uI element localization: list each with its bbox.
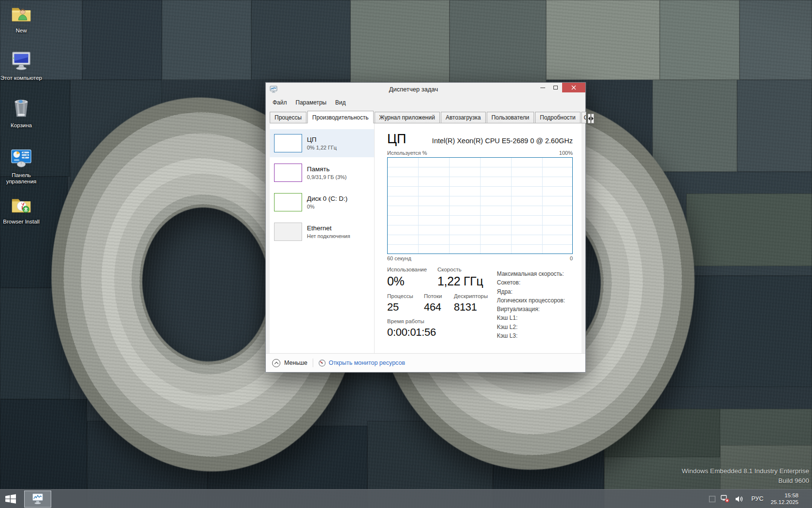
menu-options[interactable]: Параметры — [291, 97, 331, 108]
tab-strip: Процессы Производительность Журнал прило… — [266, 109, 585, 123]
sidebar-item-cpu[interactable]: ЦП 0% 1,22 ГГц — [270, 129, 374, 157]
tab-app-history[interactable]: Журнал приложений — [375, 112, 440, 123]
uptime-value: 0:00:01:56 — [387, 326, 436, 339]
sidebar-item-subtitle: 0% 1,22 ГГц — [307, 145, 337, 150]
sidebar-item-disk[interactable]: Диск 0 (C: D:) 0% — [270, 188, 374, 216]
scroll-right-icon — [592, 117, 595, 120]
desktop-icon-control-panel[interactable]: Панель управления — [0, 147, 43, 185]
desktop-icon-this-pc[interactable]: Этот компьютер — [0, 50, 43, 81]
taskbar-task-manager-button[interactable] — [24, 491, 51, 508]
spec-sockets: Сокетов: — [497, 278, 565, 287]
resource-monitor-gauge-icon — [319, 359, 326, 367]
uptime-label: Время работы — [387, 318, 436, 324]
close-button[interactable] — [562, 83, 585, 92]
network-disconnected-icon — [721, 495, 730, 503]
processes-value: 25 — [387, 301, 424, 314]
close-icon — [571, 85, 576, 90]
menu-bar: Файл Параметры Вид — [266, 96, 585, 109]
recycle-bin-icon — [10, 97, 32, 120]
clock-date: 25.12.2025 — [770, 499, 798, 506]
menu-view[interactable]: Вид — [331, 97, 350, 108]
windows-logo-icon — [5, 493, 16, 505]
open-resource-monitor-link[interactable]: Открыть монитор ресурсов — [319, 359, 405, 367]
system-tray: РУС 15:58 25.12.2025 — [704, 492, 812, 506]
desktop-icon-label: Корзина — [0, 122, 43, 129]
network-status-button[interactable] — [721, 495, 730, 503]
sidebar-item-title: Ethernet — [307, 224, 350, 232]
sidebar-item-subtitle: 0,9/31,9 ГБ (3%) — [307, 174, 347, 180]
graph-max-label: 100% — [559, 150, 573, 156]
desktop-icon-new[interactable]: New — [0, 2, 43, 34]
graph-metric-label: Используется % — [387, 150, 427, 156]
desktop-icon-recycle-bin[interactable]: Корзина — [0, 97, 43, 129]
computer-icon — [10, 50, 32, 72]
task-manager-window: Диспетчер задач Файл Параметры Вид Проце… — [265, 82, 586, 373]
tab-details[interactable]: Подробности — [535, 112, 580, 123]
sidebar-item-memory[interactable]: Память 0,9/31,9 ГБ (3%) — [270, 159, 374, 187]
scroll-left-icon — [586, 117, 590, 120]
taskbar: РУС 15:58 25.12.2025 — [0, 489, 812, 508]
cpu-usage-graph[interactable] — [387, 157, 573, 254]
tab-processes[interactable]: Процессы — [270, 112, 306, 123]
hidden-icons-icon — [709, 496, 715, 502]
hidden-icons-button[interactable] — [709, 496, 715, 502]
threads-value: 464 — [424, 301, 454, 314]
desktop-icon-browser-install[interactable]: Browser Install — [0, 194, 43, 225]
volume-icon — [735, 495, 743, 503]
desktop-icon-label: Панель управления — [0, 172, 43, 185]
processes-label: Процессы — [387, 293, 424, 299]
window-title: Диспетчер задач — [295, 86, 532, 93]
handles-value: 8131 — [454, 301, 488, 314]
title-bar[interactable]: Диспетчер задач — [266, 83, 585, 96]
cpu-model: Intel(R) Xeon(R) CPU E5-2689 0 @ 2.60GHz — [432, 137, 573, 146]
minimize-button[interactable] — [536, 83, 549, 92]
chevron-up-circle-icon — [272, 359, 280, 367]
taskbar-clock[interactable]: 15:58 25.12.2025 — [770, 492, 798, 506]
tab-services-truncated[interactable]: С. — [581, 112, 586, 123]
folder-download-icon — [10, 194, 32, 216]
start-button[interactable] — [0, 490, 21, 508]
tab-scroll-left-button[interactable] — [588, 114, 591, 123]
menu-file[interactable]: Файл — [268, 97, 291, 108]
spec-virtualization: Виртуализация: — [497, 305, 565, 314]
language-indicator[interactable]: РУС — [751, 495, 763, 502]
usage-value: 0% — [387, 274, 437, 288]
cpu-heading: ЦП — [387, 133, 406, 146]
maximize-button[interactable] — [549, 83, 562, 92]
usage-label: Использование — [387, 267, 437, 272]
windows-watermark: Windows Embedded 8.1 Industry Enterprise… — [682, 466, 809, 486]
performance-pane: ЦП 0% 1,22 ГГц Память 0,9/31,9 ГБ (3%) Д… — [270, 123, 581, 353]
ethernet-thumbnail — [274, 223, 302, 241]
tab-performance[interactable]: Производительность — [307, 111, 373, 123]
performance-sidebar: ЦП 0% 1,22 ГГц Память 0,9/31,9 ГБ (3%) Д… — [270, 123, 375, 353]
desktop-icon-label: Этот компьютер — [0, 75, 43, 81]
graph-timespan-label: 60 секунд — [387, 255, 411, 261]
sidebar-item-title: ЦП — [307, 136, 337, 143]
watermark-build: Build 9600 — [682, 476, 809, 486]
memory-thumbnail — [274, 164, 302, 182]
maximize-icon — [553, 86, 558, 90]
spec-max-speed: Максимальная скорость: — [497, 269, 565, 278]
threads-label: Потоки — [424, 293, 454, 299]
folder-user-icon — [10, 2, 32, 25]
task-manager-app-icon — [270, 86, 277, 93]
watermark-edition: Windows Embedded 8.1 Industry Enterprise — [682, 466, 809, 476]
minimize-icon — [540, 88, 545, 88]
clock-time: 15:58 — [770, 492, 798, 499]
tab-startup[interactable]: Автозагрузка — [441, 112, 486, 123]
fewer-details-button[interactable]: Меньше — [272, 359, 307, 367]
tab-users[interactable]: Пользователи — [487, 112, 534, 123]
window-footer: Меньше Открыть монитор ресурсов — [266, 353, 585, 372]
sidebar-item-subtitle: 0% — [307, 204, 348, 209]
spec-cores: Ядра: — [497, 287, 565, 296]
sidebar-item-subtitle: Нет подключения — [307, 233, 350, 239]
tab-scroll-right-button[interactable] — [591, 114, 594, 123]
sidebar-item-title: Память — [307, 165, 347, 173]
cpu-detail-panel: ЦП Intel(R) Xeon(R) CPU E5-2689 0 @ 2.60… — [375, 123, 581, 353]
sidebar-item-title: Диск 0 (C: D:) — [307, 195, 348, 202]
spec-l1-cache: Кэш L1: — [497, 314, 565, 322]
sidebar-item-ethernet[interactable]: Ethernet Нет подключения — [270, 218, 374, 246]
control-panel-icon — [10, 147, 32, 169]
volume-button[interactable] — [735, 495, 743, 503]
spec-l3-cache: Кэш L3: — [497, 331, 565, 340]
